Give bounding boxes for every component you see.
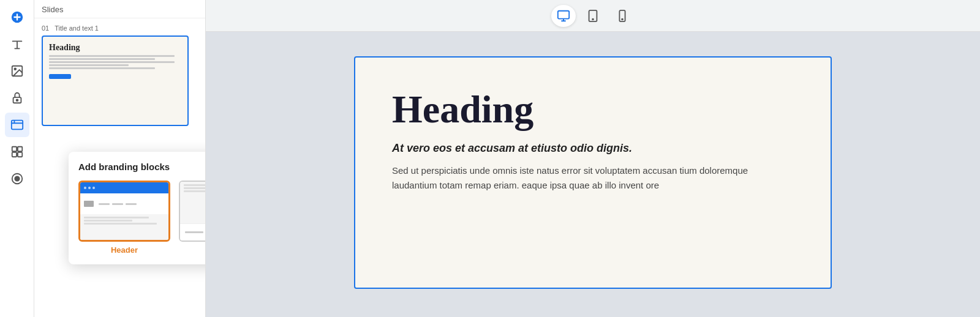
svg-point-4 bbox=[16, 99, 18, 101]
footer-body-line-3 bbox=[184, 190, 206, 192]
footer-copyright-line bbox=[185, 231, 203, 233]
header-logo-box bbox=[84, 201, 94, 207]
blocks-icon bbox=[10, 145, 24, 158]
body-line-1 bbox=[84, 217, 149, 218]
page-canvas: Heading At vero eos et accusam at etiust… bbox=[354, 56, 832, 289]
nav-line-2 bbox=[112, 203, 123, 205]
branding-blocks-row: Header bbox=[78, 181, 206, 255]
branding-icon bbox=[10, 118, 24, 132]
header-block-label: Header bbox=[111, 245, 138, 255]
branding-popup: Add branding blocks bbox=[69, 152, 206, 264]
mobile-device-btn[interactable] bbox=[610, 5, 635, 27]
lock-icon-btn[interactable] bbox=[5, 86, 29, 110]
svg-rect-7 bbox=[17, 147, 21, 151]
blocks-icon-btn[interactable] bbox=[5, 140, 29, 164]
branding-popup-title: Add branding blocks bbox=[78, 162, 206, 172]
slide-thumb-line-5 bbox=[49, 67, 155, 69]
slide-thumb-heading: Heading bbox=[49, 43, 181, 53]
svg-point-2 bbox=[14, 68, 16, 70]
slide-thumb-btn bbox=[49, 74, 71, 79]
footer-body-line-2 bbox=[184, 187, 206, 189]
canvas-toolbar bbox=[206, 0, 980, 32]
svg-point-14 bbox=[592, 18, 594, 20]
header-preview-body bbox=[80, 214, 168, 240]
svg-point-11 bbox=[15, 176, 19, 181]
nav-line-1 bbox=[99, 203, 110, 205]
footer-block-preview bbox=[179, 181, 206, 242]
page-body-text: Sed ut perspiciatis unde omnis iste natu… bbox=[392, 163, 784, 193]
slide-thumb-line-4 bbox=[49, 64, 129, 66]
record-icon-btn[interactable] bbox=[5, 166, 29, 191]
add-icon bbox=[10, 10, 24, 24]
svg-rect-6 bbox=[12, 147, 16, 151]
text-icon bbox=[10, 37, 24, 51]
icon-sidebar bbox=[0, 0, 34, 317]
header-nav-lines bbox=[99, 203, 137, 205]
image-icon bbox=[10, 64, 24, 78]
slide-item-number-title: 01 Title and text 1 bbox=[42, 24, 198, 32]
header-logo-area bbox=[80, 193, 168, 214]
branding-icon-btn[interactable] bbox=[5, 113, 29, 137]
image-icon-btn[interactable] bbox=[5, 59, 29, 83]
svg-rect-9 bbox=[17, 152, 21, 157]
tablet-device-btn[interactable] bbox=[581, 5, 605, 27]
page-subheading: At vero eos et accusam at etiusto odio d… bbox=[392, 142, 794, 155]
mobile-icon bbox=[616, 9, 629, 23]
body-line-3 bbox=[84, 223, 157, 225]
slide-thumb-line-2 bbox=[49, 58, 155, 60]
add-icon-btn[interactable] bbox=[5, 5, 29, 29]
desktop-device-btn[interactable] bbox=[551, 5, 576, 27]
header-block-preview bbox=[78, 181, 170, 242]
tablet-icon bbox=[586, 9, 600, 23]
slide-thumb-lines bbox=[49, 55, 181, 69]
header-dot-3 bbox=[92, 187, 95, 189]
page-heading: Heading bbox=[392, 88, 794, 131]
main-canvas: Heading At vero eos et accusam at etiust… bbox=[206, 0, 980, 317]
svg-rect-8 bbox=[12, 152, 16, 157]
slides-panel: Slides 01 Title and text 1 Heading Add b… bbox=[34, 0, 206, 317]
slides-panel-label: Slides bbox=[42, 5, 63, 14]
slide-thumbnail[interactable]: Heading bbox=[42, 35, 189, 126]
slides-panel-content: 01 Title and text 1 Heading bbox=[34, 18, 205, 132]
header-dot-1 bbox=[84, 187, 86, 189]
branding-block-footer[interactable]: Footer bbox=[179, 181, 206, 255]
header-dot-2 bbox=[88, 187, 91, 189]
branding-block-header[interactable]: Header bbox=[78, 181, 170, 255]
svg-rect-12 bbox=[558, 10, 569, 18]
desktop-icon bbox=[557, 9, 570, 23]
record-icon bbox=[10, 172, 24, 185]
svg-rect-5 bbox=[11, 121, 22, 130]
footer-preview-bottom bbox=[180, 223, 206, 241]
lock-icon bbox=[10, 91, 24, 105]
text-icon-btn[interactable] bbox=[5, 32, 29, 56]
body-line-2 bbox=[84, 220, 132, 222]
svg-point-16 bbox=[622, 18, 623, 20]
header-preview-top bbox=[80, 182, 168, 193]
nav-line-3 bbox=[126, 203, 137, 205]
slide-thumb-line-3 bbox=[49, 61, 175, 63]
slides-panel-header: Slides bbox=[34, 0, 205, 18]
slide-thumb-line-1 bbox=[49, 55, 175, 57]
canvas-area: Heading At vero eos et accusam at etiust… bbox=[206, 32, 980, 317]
footer-preview-body bbox=[180, 182, 206, 223]
footer-body-line-1 bbox=[184, 184, 206, 186]
